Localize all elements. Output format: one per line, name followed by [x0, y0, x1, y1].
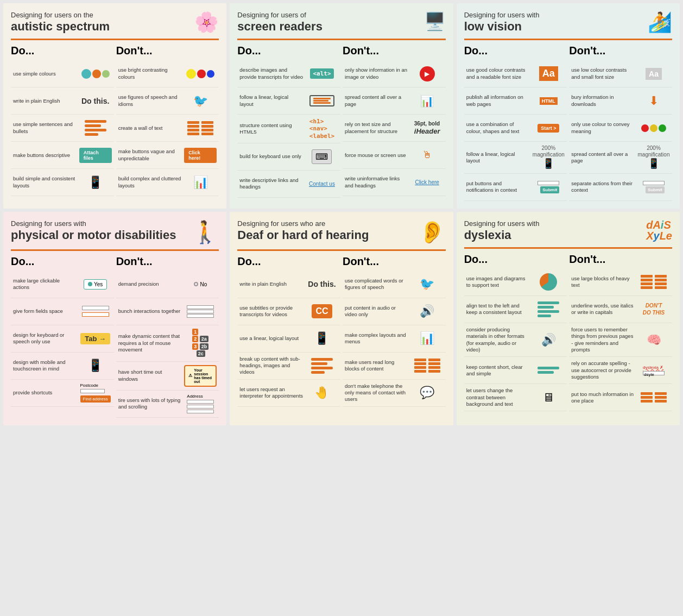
click-here-link: Click here [415, 179, 439, 185]
list-item: only use colour to convey meaning [569, 115, 672, 142]
list-item: break up content with sub-headings, imag… [237, 353, 340, 380]
card-autism: Designing for users on the autistic spec… [3, 3, 226, 209]
html-badge-icon: HTML [540, 97, 558, 105]
list-item: provide shortcuts Postcode Find address [11, 380, 114, 407]
list-item: use images and diagrams to support text [464, 269, 567, 296]
list-item: make buttons descriptive Attach files [11, 142, 114, 169]
list-item: make buttons vague and unpredictable Cli… [116, 142, 219, 169]
list-item: use good colour contrasts and a readable… [464, 60, 567, 87]
screen-divider [237, 39, 445, 40]
tablet-complex-icon: 📊 [193, 175, 208, 190]
list-item: force users to remember things from prev… [569, 323, 672, 357]
click-here-btn: Click here! [184, 148, 217, 163]
card-lowvision-title-prefix: Designing for users with [464, 11, 540, 19]
alt-tag-icon: <alt> [310, 68, 333, 79]
card-autism-title-prefix: Designing for users on the [11, 11, 110, 19]
screen-dont-header: Don't... [343, 45, 446, 57]
list-item: follow a linear, logical layout [237, 87, 340, 115]
list-item: put content in audio or video only 🔊 [343, 298, 446, 325]
scatter-layout-icon: 📊 [420, 95, 434, 108]
list-item: describe images and provide transcripts … [237, 60, 340, 87]
list-item: build complex and cluttered layouts 📊 [116, 169, 219, 196]
list-item: structure content using HTML5 <h1> <nav>… [237, 115, 340, 143]
address-form-icon: Address [187, 394, 214, 413]
dynamic-list-icon: 1 2 2a 3 2b 2c [192, 329, 208, 358]
card-dyslexia: Designing for users with dyslexia dAiSXy… [457, 212, 680, 425]
deaf-do-header: Do... [237, 255, 340, 268]
list-item: only show information in an image or vid… [343, 60, 446, 87]
list-item: write in plain English Do this. [11, 87, 114, 115]
aa-badge-icon: Aa [539, 66, 558, 81]
speaker-dyslexia-icon: 🔊 [541, 333, 556, 347]
simple-circles-icon [81, 69, 110, 79]
dyslexia-divider [464, 247, 672, 249]
card-motor-title-prefix: Designing for users with [11, 219, 176, 228]
tablet-icon: 📱 [88, 175, 103, 190]
card-deaf-title-bold: Deaf or hard of hearing [237, 229, 369, 242]
motor-dont-header: Don't... [116, 255, 219, 268]
speech-bubble-icon: 💬 [420, 386, 434, 400]
motor-divider [11, 249, 219, 251]
list-item: use bright contrasting colours [116, 60, 219, 87]
list-item: put buttons and notifications in context… [464, 174, 567, 201]
dyslexia-dont-col: Don't... use large blocks of heavy text [569, 253, 672, 411]
list-item: publish all information on web pages HTM… [464, 87, 567, 115]
list-item: bury information in downloads ⬇ [569, 87, 672, 115]
list-item: write descriptive links and headings Con… [237, 171, 340, 198]
color-circles-icon [641, 124, 666, 132]
list-item: keep content short, clear and simple [464, 357, 567, 384]
list-item: design for keyboard or speech only use T… [11, 325, 114, 353]
postcode-icon: Postcode Find address [80, 383, 111, 403]
list-item: separate actions from their context Subm… [569, 174, 672, 201]
card-dyslexia-title-prefix: Designing for users with [464, 219, 540, 228]
list-item: consider producing materials in other fo… [464, 323, 567, 357]
lowvision-do-header: Do... [464, 45, 567, 57]
list-item: force mouse or screen use 🖱 [343, 142, 446, 169]
list-item: align text to the left and keep a consis… [464, 296, 567, 323]
screen-do-header: Do... [237, 45, 340, 57]
motor-dont-col: Don't... demand precision No bunch inter… [116, 255, 219, 418]
form-bunch-icon [187, 305, 214, 318]
do-this-label: Do this. [81, 97, 109, 105]
list-item: put too much information in one place [569, 384, 672, 411]
text-wall-dyslexia-icon [641, 275, 667, 289]
dyslexia-dont-header: Don't... [569, 253, 672, 266]
brain-icon: 🧠 [647, 333, 661, 347]
figure-icon: 🐦 [193, 94, 208, 108]
list-item: rely on text size and placement for stru… [343, 115, 446, 142]
list-item: have short time out windows ⚠Your sessio… [116, 362, 219, 391]
submit-context-icon: Submit [537, 181, 559, 193]
autism-do-col: Do... use simple colours write in plain … [11, 45, 114, 196]
play-icon: ▶ [420, 66, 435, 81]
list-item: use a combination of colour, shapes and … [464, 115, 567, 142]
lines-simple-icon [537, 367, 559, 374]
list-item: tire users with lots of typing and scrol… [116, 391, 219, 418]
do-this-deaf-label: Do this. [308, 280, 336, 288]
list-item: build simple and consistent layouts 📱 [11, 169, 114, 196]
figure-deaf-icon: 🐦 [420, 277, 434, 291]
lowvision-icon: 🏄 [648, 11, 672, 34]
main-grid: Designing for users on the autistic spec… [0, 0, 683, 429]
hand-wave-icon: 🤚 [314, 386, 329, 400]
dyslexia-do-col: Do... use images and diagrams to support… [464, 253, 567, 411]
list-item: use complicated words or figures of spee… [343, 271, 446, 298]
list-item: don't make telephone the only means of c… [343, 380, 446, 407]
list-item: make large clickable actions Yes [11, 271, 114, 298]
lines-icon [85, 120, 106, 136]
radio-yes-icon: Yes [84, 279, 107, 290]
layout-icon [309, 95, 334, 106]
list-item: use large blocks of heavy text [569, 269, 672, 296]
list-item: use simple colours [11, 60, 114, 87]
list-item: create a wall of text [116, 115, 219, 142]
phone-touch-icon: 📱 [88, 359, 103, 373]
list-item: give form fields space [11, 298, 114, 325]
text-wall-deaf-icon [414, 359, 440, 373]
text-wall-icon [187, 121, 213, 135]
card-screen: Designing for users of screen readers 🖥️… [230, 3, 453, 209]
speaker-deaf-icon: 🔊 [420, 304, 434, 318]
deaf-do-col: Do... write in plain English Do this. us… [237, 255, 340, 407]
list-item: write uninformative links and headings C… [343, 169, 446, 196]
header-text-icon: 36pt, boldiHeader [414, 121, 440, 136]
list-item: use subtitles or provide transcripts for… [237, 298, 340, 325]
deaf-divider [237, 249, 445, 251]
